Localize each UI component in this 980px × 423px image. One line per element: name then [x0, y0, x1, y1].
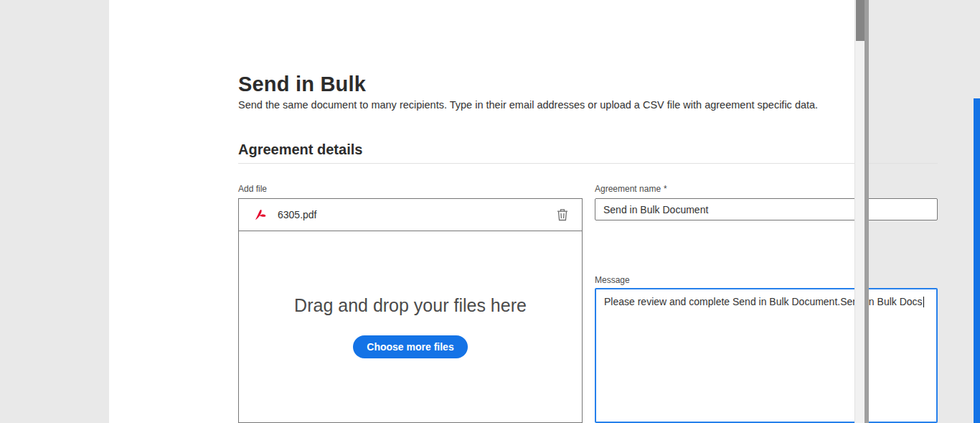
acrobat-pdf-icon: [253, 208, 268, 222]
uploaded-file-row: 6305.pdf: [239, 199, 582, 231]
message-textarea[interactable]: Please review and complete Send in Bulk …: [595, 288, 938, 423]
send-in-bulk-screen: Send in Bulk Send the same document to m…: [0, 0, 980, 423]
add-file-label: Add file: [238, 184, 267, 194]
window-edge: [864, 0, 869, 423]
text-caret: [923, 297, 924, 307]
message-label: Message: [595, 275, 630, 285]
trash-icon: [557, 208, 568, 221]
section-divider: [238, 163, 938, 164]
required-asterisk: *: [664, 184, 667, 194]
section-title-agreement-details: Agreement details: [238, 141, 362, 158]
delete-file-button[interactable]: [555, 207, 570, 223]
dropzone-text: Drag and drop your files here: [239, 295, 582, 316]
main-content-panel: Send in Bulk Send the same document to m…: [109, 0, 854, 423]
message-text: Please review and complete Send in Bulk …: [604, 296, 923, 307]
agreement-name-label: Agreement name*: [595, 184, 667, 194]
page-subtitle: Send the same document to many recipient…: [238, 99, 818, 111]
file-dropzone[interactable]: Drag and drop your files here Choose mor…: [239, 232, 582, 422]
vertical-scrollbar-thumb[interactable]: [856, 0, 864, 41]
agreement-name-label-text: Agreement name: [595, 184, 661, 194]
agreement-name-input[interactable]: [595, 198, 938, 220]
right-blue-bar: [974, 98, 980, 423]
page-title: Send in Bulk: [238, 73, 366, 96]
vertical-scrollbar-track[interactable]: [854, 0, 864, 423]
file-name: 6305.pdf: [278, 209, 317, 220]
file-upload-panel: 6305.pdf Drag and drop your files her: [238, 198, 583, 423]
choose-more-files-button[interactable]: Choose more files: [353, 335, 467, 358]
